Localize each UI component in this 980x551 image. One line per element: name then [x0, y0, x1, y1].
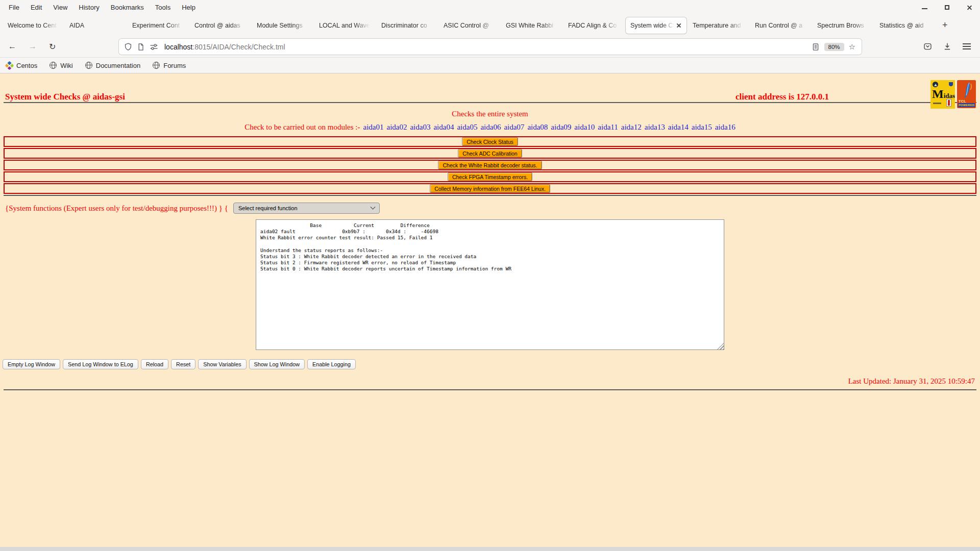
midas-figure-icon: [946, 99, 951, 107]
module-link[interactable]: aida12: [621, 123, 642, 131]
reader-view-icon[interactable]: [812, 43, 820, 51]
zoom-level-badge[interactable]: 80%: [824, 43, 844, 51]
browser-tab[interactable]: GSI White Rabbi: [501, 17, 562, 34]
action-button[interactable]: Enable Logging: [307, 359, 356, 369]
tab-label: Temperature and: [693, 22, 744, 29]
module-link[interactable]: aida15: [692, 123, 712, 131]
browser-tab[interactable]: Statistics @ aid: [875, 17, 936, 34]
url-bar[interactable]: localhost:8015/AIDA/Check/Check.tml 80% …: [119, 39, 862, 55]
function-select[interactable]: Select required function: [233, 203, 380, 214]
log-window[interactable]: [256, 219, 724, 350]
module-link[interactable]: aida11: [598, 123, 618, 131]
check-button[interactable]: Check the White Rabbit decoder status.: [438, 161, 542, 169]
check-button[interactable]: Check FPGA Timestamp errors.: [448, 172, 532, 181]
download-icon[interactable]: [943, 42, 951, 51]
browser-window: FileEditViewHistoryBookmarksToolsHelp We…: [0, 0, 980, 551]
pocket-icon[interactable]: [923, 42, 932, 51]
browser-tab[interactable]: Discriminator co: [377, 17, 437, 34]
check-button[interactable]: Check ADC Calibration: [458, 149, 522, 158]
tab-label: System wide Ch: [630, 22, 675, 29]
forward-icon[interactable]: →: [29, 42, 37, 51]
menu-item[interactable]: Help: [176, 4, 201, 11]
module-link[interactable]: aida01: [363, 123, 383, 131]
browser-tab[interactable]: Run Control @ a: [750, 17, 811, 34]
menu-item[interactable]: Edit: [25, 4, 47, 11]
page-info-icon[interactable]: [137, 43, 145, 51]
browser-tab[interactable]: System wide Ch: [626, 17, 687, 34]
browser-tab[interactable]: AIDA: [65, 17, 94, 34]
divider: [4, 389, 976, 390]
url-host: localhost: [164, 43, 192, 51]
check-button[interactable]: Check Clock Status: [462, 137, 518, 146]
menu-item[interactable]: View: [47, 4, 73, 11]
reload-icon[interactable]: ↻: [49, 42, 56, 52]
bookmark-item[interactable]: Documentation: [85, 62, 140, 69]
module-link[interactable]: aida04: [433, 123, 454, 131]
menu-item[interactable]: File: [3, 4, 25, 11]
tab-bar: Welcome to Cent AIDA Experiment Cont Con…: [0, 15, 980, 36]
browser-tab[interactable]: LOCAL and Wave: [314, 17, 375, 34]
browser-tab[interactable]: FADC Align & Co: [564, 17, 624, 34]
check-row: Check Clock Status: [4, 136, 976, 147]
module-link[interactable]: aida14: [668, 123, 689, 131]
module-link[interactable]: aida09: [551, 123, 571, 131]
tab-label: Discriminator co: [381, 22, 433, 29]
check-button[interactable]: Collect Memory information from FEE64 Li…: [430, 184, 550, 193]
module-link[interactable]: aida13: [645, 123, 665, 131]
action-button[interactable]: Show Variables: [198, 359, 246, 369]
module-link[interactable]: aida03: [410, 123, 430, 131]
bookmark-star-icon[interactable]: ☆: [849, 42, 855, 52]
module-link[interactable]: aida08: [527, 123, 548, 131]
client-address: client address is 127.0.0.1: [736, 92, 829, 102]
browser-tab[interactable]: Module Settings: [252, 17, 313, 34]
shield-icon[interactable]: [124, 43, 132, 51]
module-link[interactable]: aida10: [574, 123, 595, 131]
maximize-icon: [945, 5, 949, 10]
minimize-button[interactable]: [921, 4, 928, 11]
browser-tab[interactable]: Experiment Cont: [128, 17, 188, 34]
url-text[interactable]: localhost:8015/AIDA/Check/Check.tml: [164, 43, 285, 51]
action-button[interactable]: Empty Log Window: [3, 359, 60, 369]
permissions-icon[interactable]: [150, 43, 158, 51]
action-button[interactable]: Send Log Window to ELog: [63, 359, 138, 369]
menu-item[interactable]: Bookmarks: [105, 4, 150, 11]
bookmark-item[interactable]: Centos: [6, 62, 37, 69]
toolbar-right-icons: [923, 36, 980, 57]
bookmark-label: Documentation: [96, 62, 140, 69]
maximize-button[interactable]: [943, 4, 950, 11]
module-link[interactable]: aida02: [386, 123, 407, 131]
browser-tab[interactable]: ASIC Control @: [439, 17, 500, 34]
close-button[interactable]: [966, 4, 973, 11]
midas-logo-text: Midas: [932, 87, 955, 101]
tcl-powered-logo[interactable]: TCL POWERED: [957, 80, 976, 108]
tab-label: Welcome to Cent: [8, 22, 59, 29]
action-button[interactable]: Reload: [141, 359, 168, 369]
module-link[interactable]: aida06: [480, 123, 501, 131]
browser-tab[interactable]: Spectrum Brows: [813, 17, 873, 34]
menu-item[interactable]: Tools: [150, 4, 176, 11]
tab-close-icon[interactable]: [676, 22, 682, 29]
new-tab-button[interactable]: +: [942, 20, 948, 31]
module-link[interactable]: aida07: [504, 123, 524, 131]
bookmark-item[interactable]: Forums: [153, 62, 186, 69]
back-icon[interactable]: ←: [8, 42, 16, 51]
last-updated-text: Last Updated: January 31, 2025 10:59:47: [0, 377, 975, 386]
bookmark-item[interactable]: Wiki: [50, 62, 73, 69]
browser-tab[interactable]: Welcome to Cent: [3, 17, 63, 34]
action-button[interactable]: Reset: [171, 359, 195, 369]
midas-logo[interactable]: Midas: [930, 80, 955, 109]
action-button[interactable]: Show Log Window: [249, 359, 305, 369]
bookmark-favicon: [5, 61, 14, 70]
system-functions-row: {System functions (Expert users only for…: [5, 203, 976, 214]
menu-bar: FileEditViewHistoryBookmarksToolsHelp: [0, 0, 980, 15]
window-controls: [921, 0, 973, 15]
browser-tab[interactable]: Temperature and: [688, 17, 749, 34]
function-select-value: Select required function: [238, 205, 298, 211]
browser-tab[interactable]: Control @ aidas: [190, 17, 251, 34]
module-link[interactable]: aida16: [715, 123, 736, 131]
module-link[interactable]: aida05: [457, 123, 477, 131]
app-menu-hamburger-icon[interactable]: [963, 43, 971, 49]
modules-line: Check to be carried out on modules :-aid…: [0, 123, 980, 132]
tab-label: AIDA: [69, 22, 90, 29]
menu-item[interactable]: History: [73, 4, 105, 11]
